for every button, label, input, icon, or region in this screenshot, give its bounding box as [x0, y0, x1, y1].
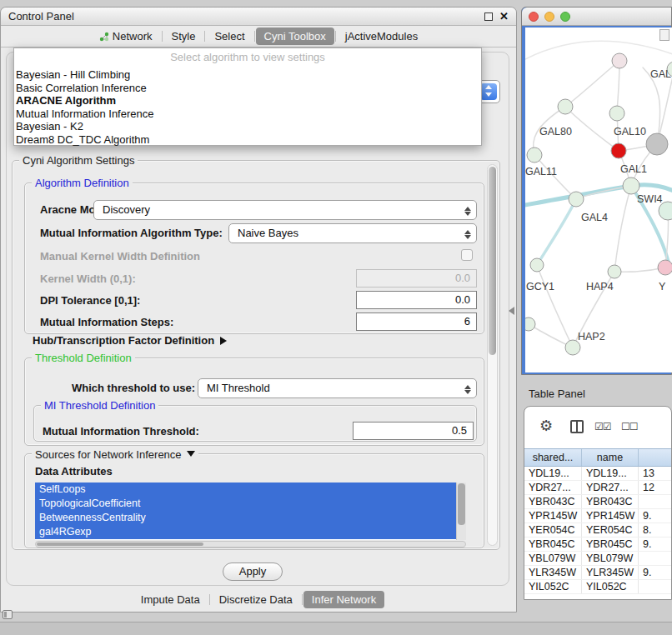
- node-label: HAP2: [578, 331, 605, 342]
- table-row[interactable]: YPR145WYPR145W9.: [524, 509, 672, 523]
- table-cell: YER054C: [524, 523, 582, 537]
- algorithm-option[interactable]: Bayesian - K2: [14, 120, 481, 133]
- manual-kernel-width-checkbox[interactable]: [461, 249, 473, 261]
- mi-algorithm-type-select[interactable]: Naive Bayes: [228, 223, 477, 243]
- combo-stepper-icon[interactable]: [480, 83, 497, 100]
- scrollbar-thumb[interactable]: [37, 542, 203, 546]
- algorithm-dropdown-popup: Select algorithm to view settings Bayesi…: [13, 48, 482, 146]
- table-row[interactable]: YBL079WYBL079W: [524, 552, 672, 566]
- threshold-definition-group: Threshold Definition Which threshold to …: [24, 358, 484, 446]
- data-attribute-item[interactable]: SelfLoops: [35, 482, 456, 497]
- table-cell: 12: [639, 481, 672, 494]
- network-node[interactable]: [646, 133, 668, 155]
- network-node[interactable]: [609, 106, 624, 121]
- data-attribute-item[interactable]: TopologicalCoefficient: [35, 497, 456, 511]
- network-node[interactable]: [527, 148, 542, 162]
- tab-cyni-toolbox[interactable]: Cyni Toolbox: [256, 28, 334, 45]
- table-row[interactable]: YLR345WYLR345W9.: [524, 566, 672, 580]
- network-node[interactable]: [558, 99, 573, 114]
- tab-style[interactable]: Style: [163, 28, 204, 45]
- network-node[interactable]: [569, 192, 584, 207]
- algorithm-option[interactable]: Bayesian - Hill Climbing: [14, 68, 481, 82]
- table-cell: YLR345W: [582, 566, 639, 579]
- network-node[interactable]: [611, 143, 626, 158]
- minimize-window-icon[interactable]: [544, 12, 554, 22]
- tab-jactivemodules[interactable]: jActiveModules: [337, 28, 426, 45]
- table-row[interactable]: YBR045CYBR045C9.: [524, 538, 672, 552]
- scrollbar-thumb[interactable]: [489, 167, 496, 355]
- table-row[interactable]: YDL19...YDL19...13: [524, 467, 672, 481]
- algorithm-option[interactable]: ARACNE Algorithm: [14, 94, 481, 108]
- network-edge[interactable]: [565, 61, 619, 107]
- node-label: Y: [659, 281, 666, 292]
- tab-label: Style: [172, 30, 196, 42]
- dpi-tolerance-label: DPI Tolerance [0,1]:: [40, 294, 140, 307]
- columns-icon[interactable]: [570, 420, 584, 433]
- tab-network[interactable]: Network: [91, 28, 161, 45]
- tab-discretize-data[interactable]: Discretize Data: [211, 591, 301, 608]
- hub-section-label: Hub/Transcription Factor Definition: [33, 334, 214, 347]
- column-header[interactable]: shared...: [524, 449, 582, 466]
- which-threshold-select[interactable]: MI Threshold: [198, 378, 477, 398]
- algorithm-option[interactable]: Mutual Information Inference: [14, 108, 481, 121]
- table-cell: [639, 552, 672, 565]
- attributes-vscrollbar[interactable]: [456, 482, 466, 540]
- column-header[interactable]: [639, 449, 672, 466]
- aracne-mode-select[interactable]: Discovery: [93, 200, 477, 220]
- network-node[interactable]: [525, 318, 535, 331]
- scrollbar-thumb[interactable]: [458, 483, 465, 525]
- birdseye-toggle[interactable]: [659, 29, 669, 41]
- tab-label: Network: [113, 30, 153, 42]
- mi-threshold-field[interactable]: 0.5: [353, 422, 474, 440]
- close-panel-icon[interactable]: ✕: [499, 12, 509, 22]
- network-node[interactable]: [530, 258, 544, 272]
- table-cell: YIL052C: [524, 580, 582, 593]
- tab-label: Cyni Toolbox: [264, 30, 326, 42]
- network-node[interactable]: [608, 265, 621, 278]
- which-threshold-value: MI Threshold: [207, 382, 270, 394]
- network-window-titlebar[interactable]: [522, 8, 671, 26]
- data-attributes-list[interactable]: SelfLoopsTopologicalCoefficientBetweenne…: [35, 482, 466, 540]
- table-toolbar: ⚙ ☑☑ ☐☐: [524, 407, 671, 448]
- hub-transcription-section[interactable]: Hub/Transcription Factor Definition: [33, 334, 231, 347]
- table-row[interactable]: YDR27...YDR27...12: [524, 481, 672, 495]
- network-node[interactable]: [612, 53, 627, 68]
- table-body: YDL19...YDL19...13YDR27...YDR27...12YBR0…: [524, 467, 672, 600]
- mi-threshold-label: Mutual Information Threshold:: [43, 425, 199, 438]
- network-node[interactable]: [623, 178, 639, 194]
- gear-icon[interactable]: ⚙: [539, 418, 553, 433]
- mi-steps-field[interactable]: 6: [356, 312, 477, 331]
- table-row[interactable]: YER054CYER054C8.: [524, 523, 672, 538]
- select-all-icon[interactable]: ☑☑: [594, 421, 611, 432]
- table-row[interactable]: YBR043CYBR043C: [524, 495, 672, 509]
- network-canvas[interactable]: GALGAL80GAL10GAL11GAL1SWI4GAL4GCY1HAP4YH…: [525, 28, 672, 372]
- tab-infer-network[interactable]: Infer Network: [303, 591, 384, 608]
- table-row[interactable]: YIL052CYIL052C: [524, 580, 672, 594]
- zoom-window-icon[interactable]: [560, 12, 570, 22]
- tab-select[interactable]: Select: [206, 28, 253, 45]
- sources-title[interactable]: Sources for Network Inference: [32, 448, 198, 461]
- deselect-all-icon[interactable]: ☐☐: [621, 421, 638, 432]
- algorithm-option[interactable]: Basic Correlation Inference: [14, 82, 481, 95]
- data-attribute-item[interactable]: BetweennessCentrality: [35, 511, 456, 525]
- network-node[interactable]: [658, 260, 672, 275]
- minimized-panel-icon[interactable]: [3, 610, 13, 619]
- network-edge[interactable]: [537, 199, 576, 265]
- manual-kernel-width-label: Manual Kernel Width Definition: [40, 250, 200, 262]
- column-header[interactable]: name: [582, 449, 639, 466]
- panel-splitter-arrow[interactable]: [504, 307, 514, 315]
- kernel-width-field: 0.0: [356, 269, 477, 288]
- node-label: GAL11: [525, 166, 557, 178]
- network-edge[interactable]: [537, 265, 573, 348]
- algorithm-option[interactable]: Dream8 DC_TDC Algorithm: [14, 133, 481, 147]
- settings-scrollbar[interactable]: [487, 164, 498, 546]
- float-window-icon[interactable]: [484, 12, 493, 21]
- network-edge[interactable]: [614, 186, 631, 272]
- data-attribute-item[interactable]: gal4RGexp: [35, 525, 456, 539]
- close-window-icon[interactable]: [529, 12, 539, 22]
- apply-button[interactable]: Apply: [223, 562, 283, 581]
- attributes-hscrollbar[interactable]: [35, 541, 466, 548]
- dpi-tolerance-field[interactable]: 0.0: [356, 291, 477, 309]
- network-edge[interactable]: [525, 41, 672, 59]
- tab-impute-data[interactable]: Impute Data: [133, 591, 208, 608]
